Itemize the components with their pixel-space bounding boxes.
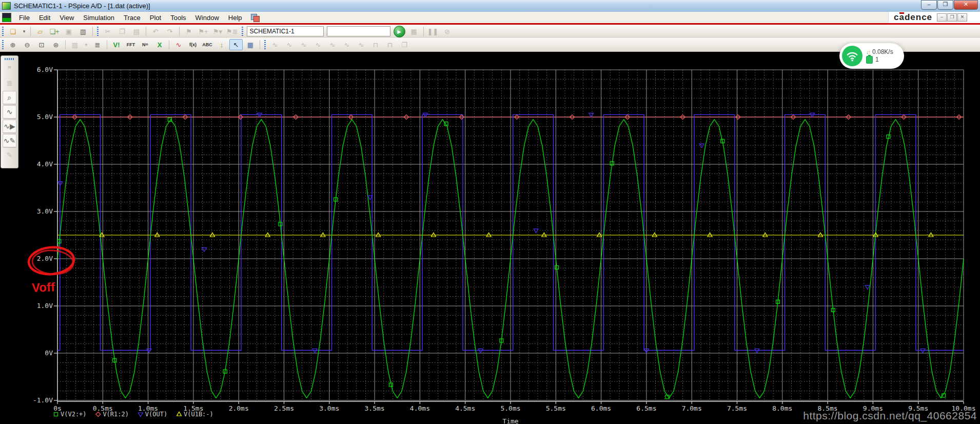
zoom-fit-button[interactable]: ⊛ bbox=[49, 39, 63, 50]
zoom-area-button[interactable]: ⊡ bbox=[35, 39, 48, 50]
zoom-out-button[interactable]: ⊖ bbox=[21, 39, 34, 50]
restore-button[interactable]: ❐ bbox=[937, 0, 953, 10]
x-tick-label: 4.5ms bbox=[455, 404, 475, 412]
close-button[interactable]: ✕ bbox=[954, 0, 978, 10]
label-state-button[interactable]: ⚑+ bbox=[197, 26, 210, 37]
menu-plot[interactable]: Plot bbox=[145, 13, 166, 23]
legend-item-V(U1B:-)[interactable]: V(U1B:-) bbox=[177, 411, 213, 418]
netlist-viewer-tool[interactable]: ≣ bbox=[3, 76, 16, 90]
preview-dropdown[interactable]: ▾ bbox=[83, 39, 90, 50]
schematic-select-field[interactable]: SCHEMATIC1-1 bbox=[247, 26, 324, 36]
menu-simulation[interactable]: Simulation bbox=[79, 13, 119, 23]
waveform-plot[interactable]: 6.0V5.0V4.0V3.0V2.0V1.0V0V-1.0V0s0.5ms1.… bbox=[0, 51, 980, 424]
add-trace-button[interactable]: ∿ bbox=[172, 39, 185, 50]
save-button[interactable]: ▣ bbox=[62, 26, 75, 37]
cursor-trough-button[interactable]: ∿ bbox=[283, 39, 296, 50]
view-waveform-tool[interactable]: ∿ bbox=[3, 105, 16, 119]
x-tick-label: 3.5ms bbox=[365, 404, 385, 412]
prev-transition-button[interactable]: ⊓ bbox=[383, 39, 397, 50]
new-file-dropdown[interactable]: ▾ bbox=[21, 26, 28, 37]
comment-tool[interactable]: ❞ bbox=[3, 62, 16, 75]
profile-select-field[interactable] bbox=[327, 26, 390, 36]
zoom-in-button[interactable]: ⊕ bbox=[6, 39, 19, 50]
menu-trace[interactable]: Trace bbox=[119, 13, 145, 23]
document-icon bbox=[2, 13, 11, 22]
y-tick-label: 4.0V bbox=[37, 160, 53, 168]
copy-plot-button[interactable]: ❐ bbox=[398, 39, 411, 50]
log-viewer-button[interactable]: ≣ bbox=[91, 39, 104, 50]
legend-label: V(OUT) bbox=[145, 411, 167, 418]
x-axis-title: Time bbox=[482, 417, 539, 424]
cursor-max-button[interactable]: ∿ bbox=[326, 39, 339, 50]
fft-button[interactable]: FFT bbox=[124, 39, 138, 50]
x-tick-label: 8.0ms bbox=[772, 404, 792, 412]
cursor-point-button[interactable]: ∿ bbox=[340, 39, 354, 50]
mdi-restore-button[interactable]: ❐ bbox=[947, 13, 957, 22]
paste-button[interactable]: ▤ bbox=[130, 26, 143, 37]
brand-panel: cadence – ❐ ✕ bbox=[888, 12, 980, 23]
cursor-slope-button[interactable]: ∿ bbox=[297, 39, 310, 50]
open-file-button[interactable]: ▱ bbox=[33, 26, 47, 37]
toolbar-separator bbox=[260, 40, 260, 49]
menu-help[interactable]: Help bbox=[224, 13, 247, 23]
close-plot-button[interactable]: X bbox=[153, 39, 166, 50]
mesh-display-button[interactable]: ▦ bbox=[244, 39, 257, 50]
cadence-logo: cadence bbox=[894, 12, 932, 23]
minimize-button[interactable]: – bbox=[921, 0, 937, 10]
redo-button[interactable]: ↷ bbox=[163, 26, 177, 37]
stop-simulation-button[interactable]: ⊘ bbox=[441, 26, 454, 37]
add-y-axis-button[interactable]: ↕ bbox=[215, 39, 228, 50]
print-preview-button[interactable]: ▥ bbox=[68, 39, 82, 50]
toolbar-separator bbox=[169, 40, 169, 49]
menu-view[interactable]: View bbox=[55, 13, 79, 23]
edit-simulation-profile-button[interactable]: ▦ bbox=[407, 26, 421, 37]
x-tick-label: 5.0ms bbox=[500, 404, 520, 412]
append-waveform-button[interactable]: ❏+ bbox=[48, 26, 61, 37]
legend-label: V(V2:+) bbox=[61, 411, 87, 418]
print-button[interactable]: ▥ bbox=[76, 26, 90, 37]
find-in-output-tool[interactable]: ⌕ bbox=[3, 91, 16, 104]
run-batch-tool[interactable]: ∿▶ bbox=[3, 120, 16, 133]
cursor-peak-button[interactable]: ∿ bbox=[268, 39, 282, 50]
toolbar-separator bbox=[92, 27, 93, 36]
cursor-toggle-button[interactable]: ↖ bbox=[229, 39, 243, 50]
manage-states-button[interactable]: ⚑≣ bbox=[225, 26, 239, 37]
bookmark-button[interactable]: ⚑ bbox=[182, 26, 195, 37]
menu-window[interactable]: Window bbox=[191, 13, 224, 23]
pause-simulation-button[interactable]: ❚❚ bbox=[426, 26, 440, 37]
mdi-minimize-button[interactable]: – bbox=[937, 13, 947, 22]
undo-button[interactable]: ↶ bbox=[149, 26, 162, 37]
battery-icon bbox=[866, 56, 873, 64]
edit-stimulus-tool[interactable]: ∿✎ bbox=[3, 134, 16, 147]
menu-file[interactable]: File bbox=[14, 13, 34, 23]
x-tick-label: 2.5ms bbox=[274, 404, 294, 412]
cursor-search-button[interactable]: ∿ bbox=[355, 39, 368, 50]
menu-tools[interactable]: Tools bbox=[166, 13, 190, 23]
toolbar-separator bbox=[146, 27, 146, 36]
eval-measurement-button[interactable]: N= bbox=[139, 39, 152, 50]
next-transition-button[interactable]: ⊓ bbox=[369, 39, 382, 50]
menu-bar: FileEditViewSimulationTracePlotToolsWind… bbox=[0, 12, 980, 23]
toolbar-separator bbox=[179, 27, 180, 36]
cursor-min-button[interactable]: ∿ bbox=[311, 39, 325, 50]
float-toolbar-icon[interactable] bbox=[250, 13, 259, 22]
side-toolbar: ❞≣⌕∿∿▶∿✎✎ bbox=[1, 55, 18, 168]
toolbar-grip bbox=[264, 40, 266, 49]
edit-model-tool[interactable]: ✎ bbox=[3, 148, 16, 162]
menu-edit[interactable]: Edit bbox=[34, 13, 55, 23]
run-simulation-button[interactable]: ▶ bbox=[394, 26, 405, 37]
copy-button[interactable]: ❐ bbox=[115, 26, 129, 37]
view-output-file-button[interactable]: V! bbox=[110, 39, 123, 50]
restore-state-button[interactable]: ⚑▾ bbox=[211, 26, 224, 37]
toolbar-separator bbox=[30, 27, 31, 36]
eval-goal-function-button[interactable]: f(x) bbox=[186, 39, 200, 50]
toolbar-grip bbox=[2, 40, 4, 49]
notification-count: 1 bbox=[875, 56, 879, 64]
mdi-close-button[interactable]: ✕ bbox=[957, 13, 967, 22]
insert-text-label-button[interactable]: ABC bbox=[201, 39, 214, 50]
cut-button[interactable]: ✂ bbox=[101, 26, 114, 37]
plot-window: 6.0V5.0V4.0V3.0V2.0V1.0V0V-1.0V0s0.5ms1.… bbox=[0, 51, 980, 424]
network-speed-overlay[interactable]: ↓ ↑ 0.08K/s 1 bbox=[839, 43, 904, 69]
new-file-button[interactable]: ❏ bbox=[6, 26, 19, 37]
app-icon bbox=[2, 2, 11, 10]
